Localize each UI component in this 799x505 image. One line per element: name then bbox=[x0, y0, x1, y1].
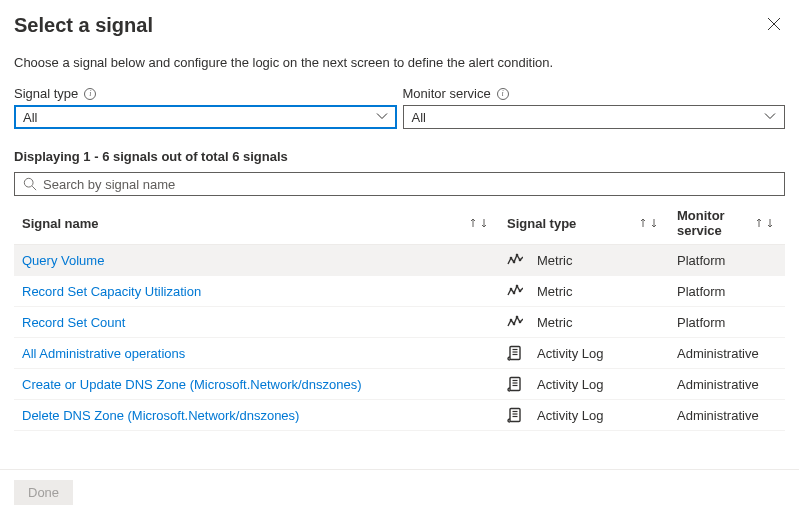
column-header-name[interactable]: Signal name bbox=[14, 202, 499, 245]
svg-point-4 bbox=[519, 259, 522, 262]
svg-point-11 bbox=[516, 316, 519, 319]
table-row[interactable]: Delete DNS Zone (Microsoft.Network/dnszo… bbox=[14, 400, 785, 431]
table-row[interactable]: All Administrative operationsActivity Lo… bbox=[14, 338, 785, 369]
table-row[interactable]: Record Set Capacity UtilizationMetricPla… bbox=[14, 276, 785, 307]
svg-rect-21 bbox=[510, 409, 520, 422]
monitor-service-text: Administrative bbox=[677, 408, 759, 423]
monitor-service-value: All bbox=[412, 110, 426, 125]
table-row[interactable]: Record Set CountMetricPlatform bbox=[14, 307, 785, 338]
svg-point-8 bbox=[519, 290, 522, 293]
signal-type-text: Metric bbox=[537, 253, 572, 268]
metric-icon bbox=[507, 283, 523, 299]
svg-rect-17 bbox=[510, 378, 520, 391]
signal-name-link[interactable]: Create or Update DNS Zone (Microsoft.Net… bbox=[22, 377, 362, 392]
column-header-type[interactable]: Signal type bbox=[499, 202, 669, 245]
monitor-service-text: Platform bbox=[677, 284, 725, 299]
page-subtitle: Choose a signal below and configure the … bbox=[14, 55, 785, 70]
display-count: Displaying 1 - 6 signals out of total 6 … bbox=[14, 149, 785, 164]
info-icon[interactable]: i bbox=[84, 88, 96, 100]
table-row[interactable]: Query VolumeMetricPlatform bbox=[14, 245, 785, 276]
column-header-name-text: Signal name bbox=[22, 216, 99, 231]
monitor-service-label: Monitor service i bbox=[403, 86, 786, 101]
signal-type-label-text: Signal type bbox=[14, 86, 78, 101]
signal-type-text: Activity Log bbox=[537, 377, 603, 392]
monitor-service-select[interactable]: All bbox=[403, 105, 786, 129]
column-header-type-text: Signal type bbox=[507, 216, 576, 231]
close-icon bbox=[767, 17, 781, 31]
search-container[interactable] bbox=[14, 172, 785, 196]
signal-type-text: Metric bbox=[537, 284, 572, 299]
svg-point-2 bbox=[513, 261, 516, 264]
table-row[interactable]: Create or Update DNS Zone (Microsoft.Net… bbox=[14, 369, 785, 400]
monitor-service-text: Platform bbox=[677, 315, 725, 330]
column-header-monitor[interactable]: Monitor service bbox=[669, 202, 785, 245]
sort-icon bbox=[756, 218, 777, 228]
svg-point-9 bbox=[510, 319, 513, 322]
monitor-service-text: Administrative bbox=[677, 346, 759, 361]
sort-icon bbox=[640, 218, 661, 228]
done-button[interactable]: Done bbox=[14, 480, 73, 505]
svg-rect-13 bbox=[510, 347, 520, 360]
signal-type-text: Metric bbox=[537, 315, 572, 330]
chevron-down-icon bbox=[764, 110, 776, 125]
signal-type-value: All bbox=[23, 110, 37, 125]
close-button[interactable] bbox=[763, 14, 785, 36]
svg-point-6 bbox=[513, 292, 516, 295]
signal-name-link[interactable]: Record Set Capacity Utilization bbox=[22, 284, 201, 299]
search-icon bbox=[23, 177, 37, 191]
svg-point-12 bbox=[519, 321, 522, 324]
sort-icon bbox=[470, 218, 491, 228]
search-input[interactable] bbox=[43, 177, 776, 192]
metric-icon bbox=[507, 252, 523, 268]
metric-icon bbox=[507, 314, 523, 330]
activity-log-icon bbox=[507, 345, 523, 361]
svg-point-0 bbox=[24, 178, 33, 187]
signal-name-link[interactable]: Query Volume bbox=[22, 253, 104, 268]
page-title: Select a signal bbox=[14, 14, 153, 37]
signal-type-label: Signal type i bbox=[14, 86, 397, 101]
signal-name-link[interactable]: Record Set Count bbox=[22, 315, 125, 330]
signal-name-link[interactable]: Delete DNS Zone (Microsoft.Network/dnszo… bbox=[22, 408, 299, 423]
svg-point-1 bbox=[510, 257, 513, 260]
signal-name-link[interactable]: All Administrative operations bbox=[22, 346, 185, 361]
monitor-service-label-text: Monitor service bbox=[403, 86, 491, 101]
svg-point-7 bbox=[516, 285, 519, 288]
activity-log-icon bbox=[507, 376, 523, 392]
info-icon[interactable]: i bbox=[497, 88, 509, 100]
signal-type-select[interactable]: All bbox=[14, 105, 397, 129]
signals-table: Signal name Signal type bbox=[14, 202, 785, 431]
svg-point-3 bbox=[516, 254, 519, 257]
svg-point-10 bbox=[513, 323, 516, 326]
column-header-monitor-text: Monitor service bbox=[677, 208, 752, 238]
signal-type-text: Activity Log bbox=[537, 346, 603, 361]
activity-log-icon bbox=[507, 407, 523, 423]
monitor-service-text: Administrative bbox=[677, 377, 759, 392]
monitor-service-text: Platform bbox=[677, 253, 725, 268]
chevron-down-icon bbox=[376, 110, 388, 125]
signal-type-text: Activity Log bbox=[537, 408, 603, 423]
svg-point-5 bbox=[510, 288, 513, 291]
